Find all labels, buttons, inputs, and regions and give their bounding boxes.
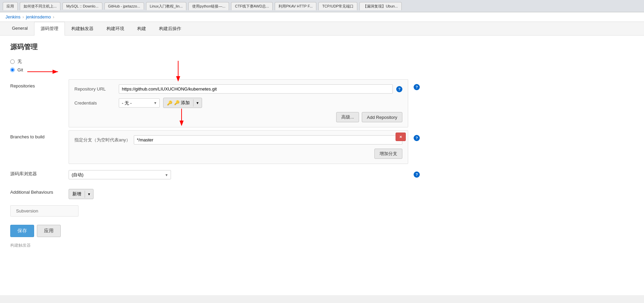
- tab-6[interactable]: CTF线下赛AWD总...: [231, 2, 273, 10]
- tab-general[interactable]: General: [5, 22, 34, 35]
- subversion-option: Subversion: [10, 205, 78, 217]
- radio-none[interactable]: [10, 59, 15, 64]
- repositories-label: Repositories: [10, 79, 63, 88]
- additional-behaviours-section: Additional Behaviours 新增 ▼: [10, 185, 420, 203]
- save-button[interactable]: 保存: [10, 225, 34, 237]
- remove-branch-button[interactable]: ×: [396, 133, 406, 141]
- tab-5[interactable]: 使用python链接—...: [188, 2, 229, 10]
- apply-button[interactable]: 应用: [37, 225, 61, 237]
- tab-1[interactable]: 如何使不同主机上...: [20, 2, 60, 10]
- new-behaviour-main-btn[interactable]: 新增: [69, 189, 85, 199]
- arrow-git-annotation: [24, 67, 65, 77]
- radio-none-label[interactable]: 无: [10, 58, 420, 65]
- repo-url-help-icon[interactable]: ?: [396, 86, 402, 92]
- breadcrumb-sep-1: ›: [23, 15, 24, 19]
- breadcrumb: Jenkins › jenkinsdemo ›: [0, 12, 644, 22]
- radio-git[interactable]: [10, 68, 15, 72]
- credentials-label: Credentials: [74, 100, 115, 106]
- tabs-bar: General 源码管理 构建触发器 构建环境 构建 构建后操作: [0, 22, 644, 36]
- branch-row: 指定分支（为空时代表any）: [74, 135, 402, 144]
- breadcrumb-jenkins[interactable]: Jenkins: [5, 14, 20, 19]
- add-branch-button[interactable]: 增加分支: [374, 149, 402, 159]
- source-browser-body: (自动): [69, 167, 408, 183]
- branch-input[interactable]: [134, 135, 402, 144]
- additional-behaviours-label: Additional Behaviours: [10, 185, 63, 195]
- repo-url-input[interactable]: [119, 84, 393, 94]
- browser-tabs-bar: 应用 如何使不同主机上... MySQL :: Downlo... GitHub…: [0, 0, 644, 12]
- branches-help-col: ?: [414, 130, 420, 141]
- repo-url-row: Repository URL ?: [74, 84, 402, 94]
- action-buttons: 保存 应用: [10, 221, 420, 241]
- add-repository-button[interactable]: Add Repository: [362, 112, 402, 122]
- radio-none-text: 无: [17, 58, 22, 65]
- tab-build-triggers[interactable]: 构建触发器: [65, 22, 100, 35]
- tab-source-management[interactable]: 源码管理: [34, 22, 65, 36]
- branch-buttons-row: 增加分支: [74, 149, 402, 159]
- source-browser-label: 源码库浏览器: [10, 167, 63, 177]
- tab-9[interactable]: 【漏洞复现】Ubun...: [359, 2, 401, 10]
- add-btn-label: 🔑 添加: [174, 100, 190, 106]
- tab-apps[interactable]: 应用: [3, 2, 18, 10]
- page-inner: 源码管理 无 Git: [0, 36, 430, 255]
- breadcrumb-sep-2: ›: [53, 15, 54, 19]
- source-browser-help-col: ?: [414, 167, 420, 178]
- advanced-button[interactable]: 高级...: [336, 112, 359, 122]
- source-browser-select-wrap: (自动): [69, 170, 171, 179]
- new-behaviour-arrow-btn[interactable]: ▼: [85, 191, 93, 198]
- breadcrumb-jenkinsdemo[interactable]: jenkinsdemo: [26, 14, 51, 19]
- credentials-select-wrap: - 无 -: [119, 98, 160, 108]
- repositories-help-icon[interactable]: ?: [414, 84, 420, 90]
- key-icon: 🔑: [167, 100, 172, 106]
- tab-8[interactable]: TCP/UDP常见端口: [318, 2, 357, 10]
- add-credentials-main-btn[interactable]: 🔑 🔑 添加: [163, 98, 193, 108]
- radio-git-text: Git: [17, 67, 23, 72]
- tab-4[interactable]: Linux入门教程_lin...: [146, 2, 187, 10]
- source-browser-help-icon[interactable]: ?: [414, 171, 420, 178]
- tab-7[interactable]: 利用PKAV HTTP F...: [275, 2, 316, 10]
- branches-help-icon[interactable]: ?: [414, 135, 420, 141]
- repositories-help-col: ?: [414, 79, 420, 90]
- page-title: 源码管理: [10, 42, 420, 52]
- credentials-row: Credentials - 无 - 🔑 🔑 添加 ▼: [74, 98, 402, 108]
- add-credentials-button[interactable]: 🔑 🔑 添加 ▼: [163, 98, 202, 108]
- branches-label: Branches to build: [10, 130, 63, 139]
- scm-radio-group: 无 Git: [10, 58, 420, 72]
- branches-body: × 指定分支（为空时代表any） 增加分支: [69, 130, 408, 164]
- repositories-section: Repositories Repository URL ?: [10, 79, 420, 127]
- main-content: General 源码管理 构建触发器 构建环境 构建 构建后操作 源码管理 无 …: [0, 22, 644, 295]
- tab-post-build[interactable]: 构建后操作: [153, 22, 188, 35]
- branches-section: Branches to build × 指定分支（为空时代表any） 增加分支 …: [10, 130, 420, 164]
- repositories-body: Repository URL ? Credentials - 无 -: [69, 79, 408, 127]
- add-credentials-arrow-btn[interactable]: ▼: [193, 99, 202, 107]
- radio-git-label[interactable]: Git: [10, 67, 420, 72]
- tab-build[interactable]: 构建: [131, 22, 153, 35]
- bottom-section-label: 构建触发器: [10, 243, 420, 248]
- repo-buttons-row: 高级... Add Repository: [74, 112, 402, 122]
- source-browser-select[interactable]: (自动): [69, 170, 171, 179]
- source-browser-section: 源码库浏览器 (自动) ?: [10, 167, 420, 183]
- additional-behaviours-body: 新增 ▼: [69, 185, 420, 203]
- credentials-select[interactable]: - 无 -: [119, 98, 160, 108]
- tab-2[interactable]: MySQL :: Downlo...: [62, 2, 102, 10]
- tab-build-env[interactable]: 构建环境: [100, 22, 131, 35]
- branch-field-label: 指定分支（为空时代表any）: [74, 137, 130, 143]
- new-behaviour-button[interactable]: 新增 ▼: [69, 189, 94, 199]
- tab-3[interactable]: GitHub - jpetazzo...: [104, 2, 144, 10]
- repo-url-label: Repository URL: [74, 86, 115, 92]
